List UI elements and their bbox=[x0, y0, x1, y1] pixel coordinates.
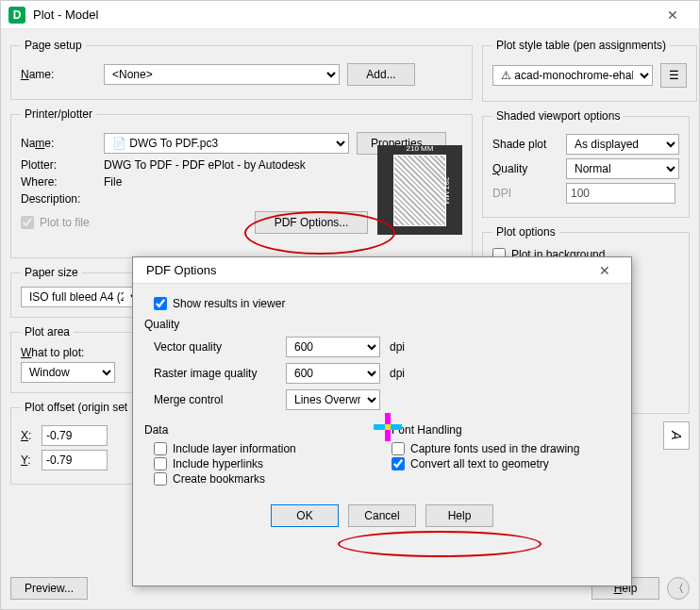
plot-area-legend: Plot area bbox=[21, 325, 74, 338]
plot-style-group: Plot style table (pen assignments) ⚠ aca… bbox=[482, 39, 697, 102]
raster-quality-label: Raster image quality bbox=[154, 367, 276, 380]
plot-preview bbox=[377, 145, 462, 235]
include-hyperlinks-checkbox[interactable] bbox=[154, 457, 167, 470]
plot-options-legend: Plot options bbox=[492, 225, 559, 239]
printer-name-select[interactable]: 📄 DWG To PDF.pc3 bbox=[104, 133, 349, 154]
dpi-label: DPI bbox=[492, 187, 558, 200]
plot-style-select[interactable]: ⚠ acad-monochrome-ehala.ctl bbox=[492, 65, 653, 86]
name-label: NName:ame: bbox=[21, 68, 96, 81]
create-bookmarks-label: Create bookmarks bbox=[173, 472, 265, 486]
create-bookmarks-checkbox[interactable] bbox=[154, 472, 167, 486]
pdf-options-button[interactable]: PDF Options... bbox=[255, 211, 368, 234]
capture-fonts-label: Capture fonts used in the drawing bbox=[410, 442, 579, 455]
merge-control-select[interactable]: Lines Overwrite bbox=[286, 389, 380, 410]
where-value: File bbox=[104, 175, 122, 189]
printer-group: Printer/plotter Name: 📄 DWG To PDF.pc3 P… bbox=[10, 107, 473, 258]
plotter-value: DWG To PDF - PDF ePlot - by Autodesk bbox=[104, 158, 306, 172]
paper-preview bbox=[393, 155, 446, 226]
page-setup-group: Page setup NName:ame: <None> Add... bbox=[10, 39, 473, 100]
plot-style-edit-icon[interactable]: ☰ bbox=[660, 63, 687, 88]
shade-plot-select[interactable]: As displayed bbox=[566, 134, 679, 155]
plot-offset-legend: Plot offset (origin set bbox=[21, 401, 131, 414]
y-input[interactable] bbox=[42, 450, 108, 470]
expand-icon[interactable]: 〈 bbox=[667, 577, 690, 600]
include-layer-checkbox[interactable] bbox=[154, 442, 167, 455]
cancel-button[interactable]: Cancel bbox=[348, 504, 416, 527]
window-title: Plot - Model bbox=[33, 8, 654, 22]
plot-to-file-checkbox bbox=[21, 216, 34, 229]
vector-quality-select[interactable]: 600 bbox=[286, 337, 380, 357]
printer-name-label: Name: bbox=[21, 137, 96, 150]
dpi-unit-2: dpi bbox=[390, 367, 405, 380]
quality-label: Quality bbox=[492, 162, 558, 175]
x-label: X: bbox=[21, 429, 34, 442]
paper-size-legend: Paper size bbox=[21, 266, 82, 279]
convert-text-checkbox[interactable] bbox=[392, 457, 405, 470]
modal-help-button[interactable]: Help bbox=[425, 504, 493, 527]
data-section-label: Data bbox=[144, 423, 373, 437]
description-label: Description: bbox=[21, 192, 96, 206]
ok-button[interactable]: OK bbox=[271, 504, 339, 527]
shade-plot-label: Shade plot bbox=[492, 138, 558, 151]
dpi-input bbox=[566, 183, 675, 204]
shaded-legend: Shaded viewport options bbox=[492, 109, 624, 123]
x-input[interactable] bbox=[42, 425, 108, 446]
page-setup-name-select[interactable]: <None> bbox=[104, 64, 340, 85]
convert-text-label: Convert all text to geometry bbox=[410, 457, 549, 470]
show-results-checkbox[interactable] bbox=[154, 297, 167, 310]
show-results-label: Show results in viewer bbox=[173, 297, 285, 310]
plot-style-legend: Plot style table (pen assignments) bbox=[492, 39, 670, 52]
vector-quality-label: Vector quality bbox=[154, 340, 276, 354]
cursor-icon bbox=[374, 413, 402, 441]
app-icon: D bbox=[8, 7, 25, 24]
raster-quality-select[interactable]: 600 bbox=[286, 363, 380, 384]
plot-to-file-label: Plot to file bbox=[40, 216, 90, 229]
include-hyperlinks-label: Include hyperlinks bbox=[173, 457, 263, 470]
include-layer-label: Include layer information bbox=[173, 442, 296, 455]
printer-legend: Printer/plotter bbox=[21, 107, 96, 121]
capture-fonts-checkbox[interactable] bbox=[392, 442, 405, 455]
paper-size-select[interactable]: ISO full bleed A4 (2 bbox=[21, 287, 143, 307]
preview-button[interactable]: Preview... bbox=[10, 577, 88, 600]
orientation-icon[interactable]: A bbox=[663, 421, 690, 450]
what-to-plot-select[interactable]: Window bbox=[21, 362, 115, 383]
close-icon[interactable]: ✕ bbox=[654, 1, 692, 29]
page-setup-legend: Page setup bbox=[21, 39, 86, 52]
y-label: Y: bbox=[21, 453, 34, 467]
add-button[interactable]: Add... bbox=[347, 63, 415, 86]
dpi-unit-1: dpi bbox=[390, 340, 405, 354]
quality-section-label: Quality bbox=[144, 318, 620, 331]
quality-select[interactable]: Normal bbox=[566, 158, 679, 179]
font-handling-label: Font Handling bbox=[392, 423, 620, 437]
modal-close-icon[interactable]: ✕ bbox=[586, 256, 624, 285]
titlebar: D Plot - Model ✕ bbox=[1, 1, 699, 29]
shaded-viewport-group: Shaded viewport options Shade plot As di… bbox=[482, 109, 690, 218]
svg-rect-2 bbox=[385, 424, 391, 430]
where-label: Where: bbox=[21, 175, 96, 189]
plotter-label: Plotter: bbox=[21, 158, 96, 172]
merge-control-label: Merge control bbox=[154, 393, 276, 406]
modal-title: PDF Options bbox=[141, 263, 586, 277]
